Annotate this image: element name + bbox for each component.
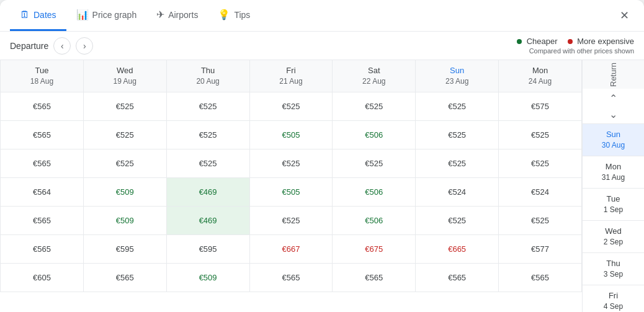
return-sidebar: Return ⌃ ⌄ Sun30 AugMon31 AugTue1 SepWed… [582, 60, 644, 312]
price-table: Tue18 AugWed19 AugThu20 AugFri21 AugSat2… [0, 60, 582, 292]
departure-label: Departure [10, 41, 48, 51]
airplane-icon: ✈ [156, 9, 164, 20]
return-date-item-4[interactable]: Thu3 Sep [583, 253, 644, 285]
price-cell-r3-c2[interactable]: €469 [166, 177, 249, 206]
price-cell-r4-c3[interactable]: €525 [249, 206, 333, 234]
return-header: Return [583, 60, 644, 89]
price-cell-r1-c6[interactable]: €525 [499, 120, 582, 149]
col-header-6: Mon24 Aug [499, 60, 582, 92]
price-cell-r5-c3[interactable]: €667 [249, 234, 333, 263]
price-cell-r2-c0[interactable]: €565 [1, 149, 84, 177]
price-cell-r3-c1[interactable]: €509 [83, 177, 166, 206]
price-cell-r2-c6[interactable]: €525 [499, 149, 582, 177]
col-header-2: Thu20 Aug [166, 60, 249, 92]
price-cell-r6-c4[interactable]: €565 [333, 263, 416, 292]
return-date-item-1[interactable]: Mon31 Aug [583, 156, 644, 189]
return-nav: ⌃ ⌄ [583, 89, 644, 124]
return-next-button[interactable]: ⌄ [605, 107, 622, 121]
next-week-button[interactable]: › [76, 37, 93, 55]
return-date-item-0[interactable]: Sun30 Aug [583, 124, 644, 156]
price-cell-r6-c1[interactable]: €565 [83, 263, 166, 292]
price-cell-r2-c3[interactable]: €525 [249, 149, 333, 177]
price-cell-r2-c2[interactable]: €525 [166, 149, 249, 177]
price-cell-r0-c1[interactable]: €525 [83, 92, 166, 120]
table-row: €565€525€525€525€525€525€575 [1, 92, 582, 120]
price-cell-r3-c0[interactable]: €564 [1, 177, 84, 206]
price-cell-r1-c5[interactable]: €525 [416, 120, 499, 149]
legend: Cheaper More expensive Compared with oth… [517, 37, 634, 55]
tab-price-graph-label: Price graph [92, 10, 137, 20]
price-cell-r3-c4[interactable]: €506 [333, 177, 416, 206]
price-cell-r1-c3[interactable]: €505 [249, 120, 333, 149]
legend-note: Compared with other prices shown [529, 47, 634, 55]
table-row: €565€525€525€505€506€525€525 [1, 120, 582, 149]
return-prev-button[interactable]: ⌃ [605, 91, 622, 105]
price-cell-r2-c5[interactable]: €525 [416, 149, 499, 177]
price-cell-r5-c0[interactable]: €565 [1, 234, 84, 263]
expensive-legend: More expensive [568, 37, 634, 46]
price-cell-r6-c2[interactable]: €509 [166, 263, 249, 292]
tab-dates[interactable]: 🗓 Dates [10, 1, 66, 31]
tabs-bar: 🗓 Dates 📊 Price graph ✈ Airports 💡 Tips … [0, 0, 644, 32]
price-cell-r5-c4[interactable]: €675 [333, 234, 416, 263]
return-date-item-2[interactable]: Tue1 Sep [583, 189, 644, 221]
price-cell-r4-c0[interactable]: €565 [1, 206, 84, 234]
return-date-item-3[interactable]: Wed2 Sep [583, 221, 644, 253]
price-cell-r3-c3[interactable]: €505 [249, 177, 333, 206]
price-cell-r3-c6[interactable]: €524 [499, 177, 582, 206]
table-row: €565€509€469€525€506€525€525 [1, 206, 582, 234]
prev-week-button[interactable]: ‹ [53, 37, 71, 55]
price-cell-r6-c6[interactable]: €565 [499, 263, 582, 292]
price-cell-r0-c5[interactable]: €525 [416, 92, 499, 120]
col-header-3: Fri21 Aug [249, 60, 333, 92]
departure-section: Departure ‹ › [10, 37, 93, 55]
price-cell-r0-c3[interactable]: €525 [249, 92, 333, 120]
price-cell-r0-c0[interactable]: €565 [1, 92, 84, 120]
price-cell-r0-c6[interactable]: €575 [499, 92, 582, 120]
expensive-dot [568, 39, 573, 44]
price-cell-r4-c2[interactable]: €469 [166, 206, 249, 234]
price-cell-r3-c5[interactable]: €524 [416, 177, 499, 206]
expensive-label: More expensive [577, 37, 634, 46]
price-cell-r6-c0[interactable]: €605 [1, 263, 84, 292]
cheaper-legend: Cheaper [517, 37, 558, 46]
price-cell-r1-c1[interactable]: €525 [83, 120, 166, 149]
price-cell-r5-c5[interactable]: €665 [416, 234, 499, 263]
price-cell-r6-c3[interactable]: €565 [249, 263, 333, 292]
price-cell-r6-c5[interactable]: €565 [416, 263, 499, 292]
cheaper-dot [517, 39, 522, 44]
table-row: €564€509€469€505€506€524€524 [1, 177, 582, 206]
return-date-item-5[interactable]: Fri4 Sep [583, 285, 644, 312]
price-cell-r4-c5[interactable]: €525 [416, 206, 499, 234]
table-row: €565€595€595€667€675€665€577 [1, 234, 582, 263]
lightbulb-icon: 💡 [218, 9, 230, 20]
price-cell-r5-c2[interactable]: €595 [166, 234, 249, 263]
close-button[interactable]: ✕ [614, 6, 634, 25]
tab-tips-label: Tips [234, 10, 250, 20]
col-header-1: Wed19 Aug [83, 60, 166, 92]
col-header-0: Tue18 Aug [1, 60, 84, 92]
price-cell-r4-c4[interactable]: €506 [333, 206, 416, 234]
table-row: €565€525€525€525€525€525€525 [1, 149, 582, 177]
price-cell-r4-c1[interactable]: €509 [83, 206, 166, 234]
col-header-5: Sun23 Aug [416, 60, 499, 92]
price-cell-r1-c2[interactable]: €525 [166, 120, 249, 149]
col-header-4: Sat22 Aug [333, 60, 416, 92]
price-grid: Tue18 AugWed19 AugThu20 AugFri21 AugSat2… [0, 60, 582, 312]
price-cell-r1-c4[interactable]: €506 [333, 120, 416, 149]
price-cell-r0-c2[interactable]: €525 [166, 92, 249, 120]
main-card: 🗓 Dates 📊 Price graph ✈ Airports 💡 Tips … [0, 0, 644, 312]
price-cell-r2-c4[interactable]: €525 [333, 149, 416, 177]
tab-price-graph[interactable]: 📊 Price graph [66, 0, 147, 31]
tab-tips[interactable]: 💡 Tips [208, 0, 260, 31]
price-cell-r0-c4[interactable]: €525 [333, 92, 416, 120]
price-cell-r2-c1[interactable]: €525 [83, 149, 166, 177]
tab-airports[interactable]: ✈ Airports [146, 0, 208, 31]
price-cell-r1-c0[interactable]: €565 [1, 120, 84, 149]
price-cell-r4-c6[interactable]: €525 [499, 206, 582, 234]
return-items-list: Sun30 AugMon31 AugTue1 SepWed2 SepThu3 S… [583, 124, 644, 312]
price-cell-r5-c1[interactable]: €595 [83, 234, 166, 263]
calendar-icon: 🗓 [20, 9, 30, 20]
table-header-row: Tue18 AugWed19 AugThu20 AugFri21 AugSat2… [1, 60, 582, 92]
price-cell-r5-c6[interactable]: €577 [499, 234, 582, 263]
